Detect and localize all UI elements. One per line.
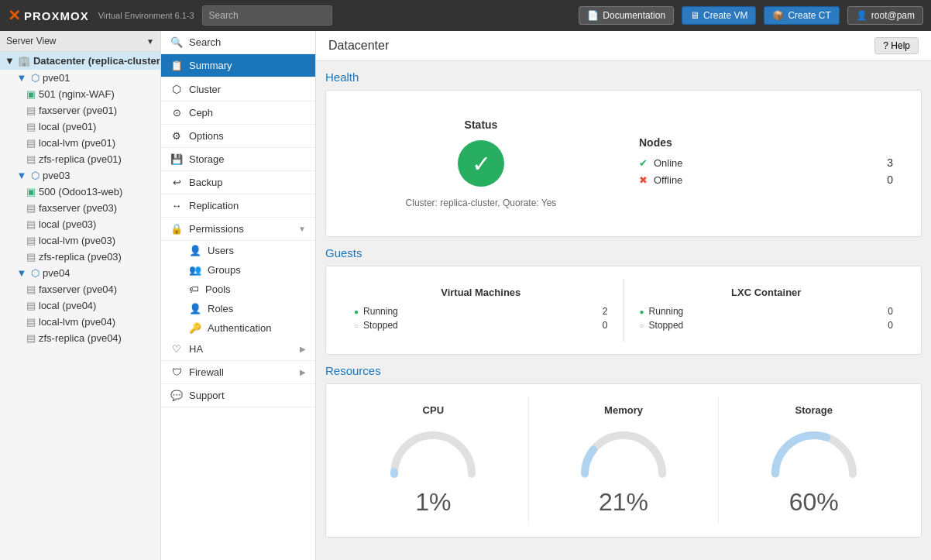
storage-label-zfs-pve04: zfs-replica (pve04) [39,332,122,344]
backup-icon: ↩ [170,177,183,188]
sidebar-item-support[interactable]: 💬 Support [161,384,315,407]
tree-datacenter[interactable]: ▼ 🏢 Datacenter (replica-cluster) [0,52,160,70]
sidebar-item-summary[interactable]: 📋 Summary [161,54,315,77]
vm-stopped-icon: ○ [354,321,359,330]
replication-icon: ↔ [170,200,183,211]
support-icon: 💬 [170,390,183,401]
tree-storage-local-pve04[interactable]: ▤ local (pve04) [0,297,160,314]
sidebar-item-replication-label: Replication [189,200,239,211]
sidebar-item-ha-label: HA [189,343,203,355]
storage-gauge [768,424,861,478]
tree-ct-faxserver-pve01[interactable]: ▤ faxserver (pve01) [0,102,160,119]
create-vm-button[interactable]: 🖥 Create VM [682,6,756,25]
sidebar-item-options[interactable]: ⚙ Options [161,125,315,148]
sidebar-item-permissions[interactable]: 🔒 Permissions ▼ [161,218,315,241]
sidebar-item-storage[interactable]: 💾 Storage [161,148,315,171]
server-view-header: Server View ▼ [0,31,160,52]
topbar: ✕ PROXMOX Virtual Environment 6.1-3 📄 Do… [0,0,931,31]
sidebar-item-cluster[interactable]: ⬡ Cluster [161,77,315,101]
tree-storage-local-lvm-pve03[interactable]: ▤ local-lvm (pve03) [0,232,160,249]
storage-col-title: Storage [727,404,901,416]
lxc-stopped-icon: ○ [640,321,644,330]
create-vm-label: Create VM [703,10,747,21]
ct-icon-faxserver-pve01: ▤ [26,105,36,116]
storage-label-zfs-pve01: zfs-replica (pve01) [39,153,122,165]
vm-running-label: Running [363,306,398,317]
page-title: Datacenter [328,39,389,53]
sidebar-item-permissions-label: Permissions [189,223,244,235]
node-label-pve03: pve03 [43,170,70,181]
tree-storage-zfs-pve03[interactable]: ▤ zfs-replica (pve03) [0,249,160,265]
ct-label-faxserver-pve01: faxserver (pve01) [39,105,117,116]
sidebar-item-users[interactable]: 👤 Users [161,241,315,260]
tree-storage-local-lvm-pve01[interactable]: ▤ local-lvm (pve01) [0,135,160,151]
tree-node-pve03[interactable]: ▼ ⬡ pve03 [0,167,160,184]
storage-icon-zfs-pve03: ▤ [26,251,36,263]
datacenter-collapse-icon: ▼ [5,55,15,67]
tree-vm-odoo[interactable]: ▣ 500 (Odoo13-web) [0,184,160,200]
storage-label-local-pve01: local (pve01) [39,121,96,132]
ha-icon: ♡ [170,343,183,355]
lxc-running-row: ● Running 0 [640,306,894,317]
vm-icon-nginx: ▣ [26,88,36,100]
search-icon: 🔍 [170,36,183,48]
offline-count: 0 [887,173,893,186]
tree-storage-local-pve01[interactable]: ▤ local (pve01) [0,119,160,135]
online-check-icon: ✔ [639,157,648,169]
storage-label-local-lvm-pve03: local-lvm (pve03) [39,235,115,246]
online-label: Online [654,157,683,169]
sidebar-item-authentication[interactable]: 🔑 Authentication [161,318,315,338]
create-ct-button[interactable]: 📦 Create CT [764,6,839,25]
tree-ct-faxserver-pve03[interactable]: ▤ faxserver (pve03) [0,200,160,216]
storage-icon: 💾 [170,153,183,165]
sidebar-item-search-label: Search [189,36,221,48]
server-view-chevron-icon: ▼ [146,37,154,46]
user-button[interactable]: 👤 root@pam [847,6,923,25]
memory-title: Memory [537,404,711,416]
status-heading: Status [465,119,498,131]
tree-vm-nginx[interactable]: ▣ 501 (nginx-WAF) [0,86,160,102]
lxc-stopped-row: ○ Stopped 0 [640,320,894,331]
tree-storage-zfs-pve01[interactable]: ▤ zfs-replica (pve01) [0,151,160,167]
ha-expand-icon: ▶ [300,345,306,353]
memory-gauge [577,424,670,478]
storage-percent: 60% [727,488,901,517]
sidebar-item-roles[interactable]: 👤 Roles [161,299,315,318]
sidebar-item-cluster-label: Cluster [189,84,221,95]
tree-node-pve04[interactable]: ▼ ⬡ pve04 [0,265,160,281]
online-row: ✔ Online 3 [639,156,893,169]
storage-label-local-pve03: local (pve03) [39,218,96,230]
health-card: Status ✓ Cluster: replica-cluster, Quora… [325,90,922,237]
lxc-running-icon: ● [640,307,644,316]
node-icon-pve03: ⬡ [31,170,40,181]
tree-ct-faxserver-pve04[interactable]: ▤ faxserver (pve04) [0,281,160,297]
logo: ✕ PROXMOX Virtual Environment 6.1-3 [8,6,194,25]
authentication-icon: 🔑 [189,322,201,334]
resources-card: CPU 1% Memory 21% [325,383,922,538]
sidebar-item-pools[interactable]: 🏷 Pools [161,280,315,299]
sidebar-item-ha[interactable]: ♡ HA ▶ [161,338,315,361]
sidebar-item-groups[interactable]: 👥 Groups [161,260,315,280]
tree-storage-zfs-pve04[interactable]: ▤ zfs-replica (pve04) [0,330,160,346]
lxc-stopped-label: Stopped [649,320,684,331]
storage-icon-local-pve01: ▤ [26,121,36,132]
search-input[interactable] [202,5,332,26]
tree-node-pve01[interactable]: ▼ ⬡ pve01 [0,70,160,86]
sidebar-item-replication[interactable]: ↔ Replication [161,194,315,218]
documentation-button[interactable]: 📄 Documentation [579,6,674,25]
tree-storage-local-lvm-pve04[interactable]: ▤ local-lvm (pve04) [0,314,160,330]
sidebar-item-storage-label: Storage [189,153,225,165]
lxc-stopped-count: 0 [888,320,893,331]
storage-icon-local-lvm-pve04: ▤ [26,316,36,328]
resources-section-title: Resources [325,364,922,377]
sidebar-item-firewall[interactable]: 🛡 Firewall ▶ [161,361,315,384]
cluster-icon: ⬡ [170,83,183,95]
cpu-title: CPU [346,404,520,416]
tree-storage-local-pve03[interactable]: ▤ local (pve03) [0,216,160,232]
sidebar-item-backup[interactable]: ↩ Backup [161,171,315,194]
vm-stopped-count: 0 [603,320,608,331]
sidebar-item-search[interactable]: 🔍 Search [161,31,315,54]
help-button[interactable]: ? Help [874,37,919,54]
sidebar-item-firewall-label: Firewall [189,366,224,378]
sidebar-item-ceph[interactable]: ⊙ Ceph [161,101,315,125]
